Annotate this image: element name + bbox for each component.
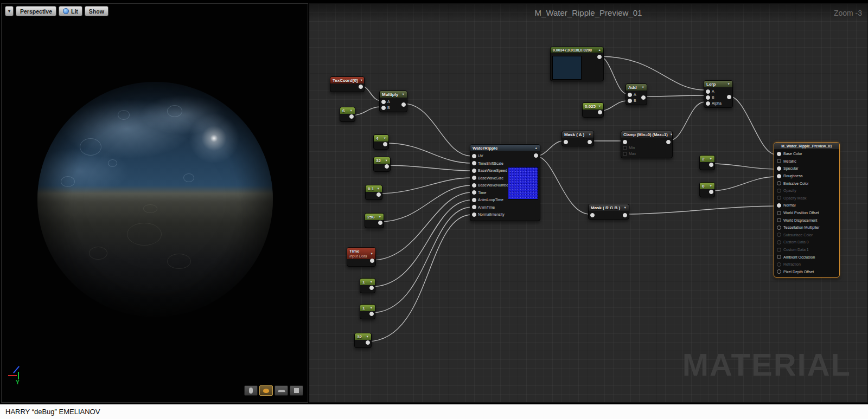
input-pin[interactable]	[590, 213, 595, 217]
node-constant-4[interactable]: 4▼	[373, 134, 389, 150]
output-pin[interactable]	[641, 95, 646, 100]
preview-viewport[interactable]: ▾ Perspective Lit Show	[1, 3, 308, 403]
input-pin-a[interactable]	[381, 100, 386, 104]
input-pin-metallic[interactable]	[777, 159, 781, 163]
input-pin-alpha[interactable]	[706, 101, 710, 106]
input-pin-normalintensity[interactable]	[472, 212, 476, 217]
input-pin[interactable]	[623, 140, 627, 144]
node-constant-32-wavespeed[interactable]: 32▼	[373, 157, 391, 172]
output-pin[interactable]	[588, 140, 592, 144]
input-pin-world-position-offset[interactable]	[777, 211, 781, 215]
output-pin[interactable]	[370, 259, 374, 263]
input-pin-max[interactable]	[623, 152, 627, 156]
input-pin-tessellation-multiplier[interactable]	[777, 225, 781, 230]
output-pin[interactable]	[401, 102, 406, 107]
output-pin[interactable]	[378, 221, 382, 225]
input-pin-b[interactable]	[628, 99, 632, 103]
input-pin-timeshiftscale[interactable]	[472, 161, 476, 165]
input-pin-ambient-occlusion[interactable]	[777, 255, 781, 259]
output-pin[interactable]	[383, 142, 387, 146]
node-constant-6[interactable]: 6▼	[340, 107, 355, 122]
input-pin-uv[interactable]	[472, 154, 476, 158]
collapse-arrow-icon: ▼	[379, 215, 381, 218]
node-clamp[interactable]: Clamp (Min=0) (Max=1) ▼ Min Max	[621, 131, 673, 158]
lit-mode-button[interactable]: Lit	[59, 6, 82, 16]
node-title: Time	[349, 249, 360, 254]
node-mask-a[interactable]: Mask ( A ) ▼	[561, 131, 594, 146]
pin-label: Tessellation Multiplier	[783, 225, 820, 229]
input-pin-basewavenumber[interactable]	[472, 183, 476, 188]
input-pin-b[interactable]	[706, 95, 710, 100]
credit-text: HARRY “deBug” EMELIANOV	[5, 408, 100, 416]
ripple-ring	[183, 173, 194, 182]
input-pin-animlooptime[interactable]	[472, 198, 476, 202]
constant-value: 0.1	[368, 186, 374, 191]
node-header: Multiply ▼	[380, 91, 407, 98]
teapot-icon	[263, 389, 269, 393]
input-pin-time[interactable]	[472, 190, 476, 195]
node-header: 4▼	[374, 135, 388, 141]
node-time[interactable]: Time Input Data ▼	[347, 247, 376, 267]
node-title: Add	[628, 85, 637, 90]
node-constant-0[interactable]: 0▼	[699, 182, 715, 197]
input-pin[interactable]	[564, 140, 568, 144]
output-pin[interactable]	[727, 95, 731, 99]
output-pin[interactable]	[666, 140, 671, 144]
input-pin-roughness[interactable]	[777, 174, 781, 178]
input-pin-emissive-color[interactable]	[777, 181, 781, 185]
node-constant-0-1[interactable]: 0.1▼	[365, 185, 382, 200]
node-constant-256[interactable]: 256▼	[365, 213, 384, 228]
output-pin[interactable]	[376, 192, 381, 197]
preview-cube-button[interactable]	[290, 385, 303, 396]
node-constant-32-normal[interactable]: 32▼	[354, 333, 372, 348]
input-pin-pixel-depth-offset[interactable]	[777, 269, 781, 274]
node-header: TexCoord[0] ▼	[330, 77, 364, 83]
input-pin-specular[interactable]	[777, 166, 781, 171]
output-pin[interactable]	[359, 85, 363, 89]
perspective-button[interactable]: Perspective	[16, 6, 56, 16]
output-pin[interactable]	[369, 286, 374, 290]
input-pin-b[interactable]	[381, 106, 386, 110]
node-color-constant[interactable]: 0.00347,0.0138,0.0208 ▲	[550, 47, 604, 81]
preview-teapot-button[interactable]	[259, 385, 273, 396]
output-pin[interactable]	[623, 213, 627, 217]
input-pin-subsurface-color	[777, 233, 781, 237]
node-constant-1-looptime[interactable]: 1▼	[360, 278, 375, 293]
show-button[interactable]: Show	[85, 6, 108, 16]
material-graph-canvas[interactable]: MATERIAL M_Water	[309, 3, 868, 403]
node-add[interactable]: Add ▼ A B	[626, 83, 647, 105]
output-pin[interactable]	[598, 110, 602, 114]
output-pin[interactable]	[709, 163, 713, 167]
pin-label: B	[634, 99, 636, 102]
input-pin-base-color[interactable]	[777, 152, 781, 156]
node-constant-1-animtime[interactable]: 1▼	[360, 304, 375, 319]
input-pin-basewavesize[interactable]	[472, 176, 476, 180]
input-pin-a[interactable]	[706, 89, 710, 94]
node-multiply[interactable]: Multiply ▼ A B	[379, 91, 407, 112]
output-pin[interactable]	[369, 312, 374, 316]
output-pin[interactable]	[349, 114, 354, 119]
viewport-options-button[interactable]: ▾	[5, 6, 14, 16]
output-pin[interactable]	[709, 190, 713, 194]
node-water-ripple[interactable]: WaterRipple ▲ UV TimeShiftScale BaseWave…	[470, 144, 540, 221]
node-lerp[interactable]: Lerp ▼ A B Alpha	[704, 80, 733, 108]
node-constant-0-025[interactable]: 0.025▼	[582, 102, 604, 118]
material-output-node[interactable]: M_Water_Ripple_Preview_01 Base Color Met…	[774, 142, 840, 278]
node-constant-2[interactable]: 2▼	[699, 155, 715, 170]
preview-cylinder-button[interactable]	[244, 385, 258, 396]
ripple-ring	[167, 105, 182, 117]
preview-plane-button[interactable]	[275, 385, 288, 396]
pin-label: UV	[478, 154, 483, 158]
input-pin-a[interactable]	[628, 93, 632, 97]
node-texcoord[interactable]: TexCoord[0] ▼	[330, 76, 365, 92]
output-pin[interactable]	[385, 164, 389, 169]
input-pin-basewavespeed[interactable]	[472, 169, 476, 173]
output-pin[interactable]	[534, 153, 538, 158]
input-pin-normal[interactable]	[777, 203, 781, 208]
input-pin-min[interactable]	[623, 146, 627, 150]
input-pin-animtime[interactable]	[472, 205, 476, 209]
input-pin-world-displacement[interactable]	[777, 218, 781, 222]
output-pin[interactable]	[597, 55, 602, 59]
node-mask-rgb[interactable]: Mask ( R G B ) ▼	[588, 204, 629, 220]
output-pin[interactable]	[366, 340, 370, 345]
